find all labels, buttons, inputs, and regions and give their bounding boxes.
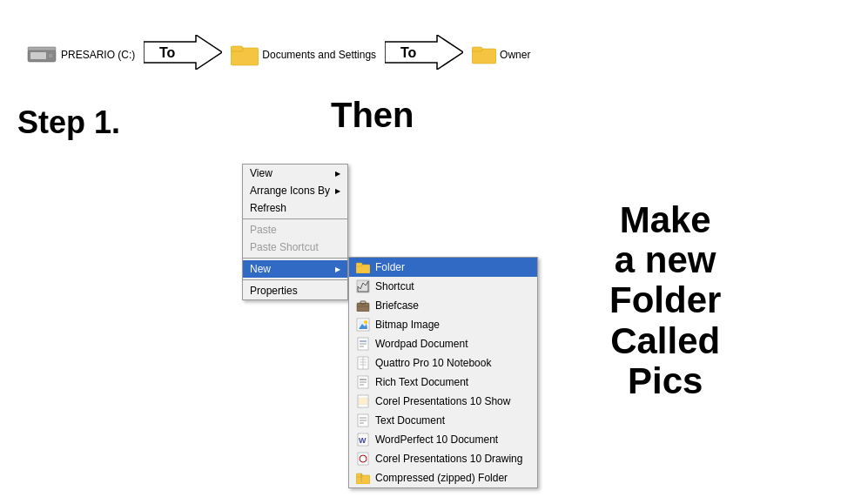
menu-arrange-icons[interactable]: Arrange Icons By: [243, 182, 347, 199]
arrow1-label: To: [144, 35, 222, 74]
drive-icon: [26, 44, 57, 65]
arrow2-label: To: [385, 35, 463, 74]
then-label: Then: [331, 96, 414, 135]
context-menu: View Arrange Icons By Refresh Paste Past…: [242, 164, 348, 300]
submenu-bitmap[interactable]: Bitmap Image: [349, 315, 537, 334]
folder1-item: Documents and Settings: [231, 43, 376, 67]
submenu-shortcut[interactable]: Shortcut: [349, 277, 537, 296]
menu-properties[interactable]: Properties: [243, 282, 347, 299]
zip-icon: [356, 471, 370, 485]
submenu-text[interactable]: Text Document: [349, 411, 537, 430]
step-label: Step 1.: [17, 104, 120, 141]
folder-menu-icon: [356, 260, 370, 274]
make-line2: a new: [615, 239, 716, 280]
folder2-label: Owner: [500, 49, 530, 61]
separator3: [243, 279, 347, 280]
make-line4: Called: [610, 320, 720, 361]
svg-rect-7: [231, 46, 243, 51]
svg-text:To: To: [400, 45, 417, 60]
svg-rect-11: [472, 47, 482, 51]
submenu-folder[interactable]: Folder: [349, 258, 537, 277]
svg-point-22: [364, 320, 367, 324]
quattro-icon: [356, 356, 370, 370]
svg-rect-13: [356, 263, 362, 266]
submenu-zip[interactable]: Compressed (zipped) Folder: [349, 468, 537, 487]
folder1-icon: [231, 43, 259, 67]
submenu-briefcase[interactable]: Briefcase: [349, 296, 537, 315]
svg-marker-8: [385, 35, 463, 70]
svg-rect-17: [360, 301, 366, 304]
drive-item: PRESARIO (C:): [26, 44, 135, 65]
make-text: Make a new Folder Called Pics: [609, 200, 721, 401]
submenu-wp[interactable]: W WordPerfect 10 Document: [349, 430, 537, 449]
shortcut-icon: [356, 279, 370, 293]
wordpad-icon: [356, 337, 370, 351]
folder2-icon: [472, 44, 496, 65]
separator2: [243, 258, 347, 259]
rtf-icon: [356, 375, 370, 389]
folder2-item: Owner: [472, 44, 530, 65]
submenu-rtf[interactable]: Rich Text Document: [349, 373, 537, 392]
svg-rect-3: [28, 47, 56, 50]
svg-rect-37: [359, 398, 367, 405]
submenu-wordpad[interactable]: Wordpad Document: [349, 334, 537, 353]
svg-text:To: To: [159, 45, 176, 60]
make-line3: Folder: [609, 279, 721, 320]
briefcase-icon: [356, 299, 370, 312]
corel-draw-icon: [356, 452, 370, 466]
bitmap-icon: [356, 318, 370, 332]
corel-show-icon: [356, 394, 370, 408]
text-icon: [356, 413, 370, 427]
menu-paste-shortcut: Paste Shortcut: [243, 239, 347, 256]
menu-refresh[interactable]: Refresh: [243, 199, 347, 217]
svg-text:W: W: [359, 436, 367, 445]
submenu-corel-draw[interactable]: Corel Presentations 10 Drawing: [349, 449, 537, 468]
wp-icon: W: [356, 433, 370, 447]
nav-path: PRESARIO (C:) To Documents and Settings …: [26, 35, 530, 74]
folder1-label: Documents and Settings: [262, 49, 376, 61]
menu-new[interactable]: New: [243, 260, 347, 278]
menu-view[interactable]: View: [243, 165, 347, 182]
svg-point-2: [48, 53, 53, 58]
menu-paste: Paste: [243, 221, 347, 239]
make-line1: Make: [620, 199, 711, 240]
make-line5: Pics: [628, 360, 703, 401]
submenu-corel-show[interactable]: Corel Presentations 10 Show: [349, 392, 537, 411]
svg-rect-1: [30, 52, 46, 59]
new-submenu: Folder Shortcut Briefcase: [348, 257, 538, 488]
separator1: [243, 218, 347, 219]
svg-marker-4: [144, 35, 222, 70]
drive-label: PRESARIO (C:): [61, 49, 135, 61]
submenu-quattro[interactable]: Quattro Pro 10 Notebook: [349, 353, 537, 373]
